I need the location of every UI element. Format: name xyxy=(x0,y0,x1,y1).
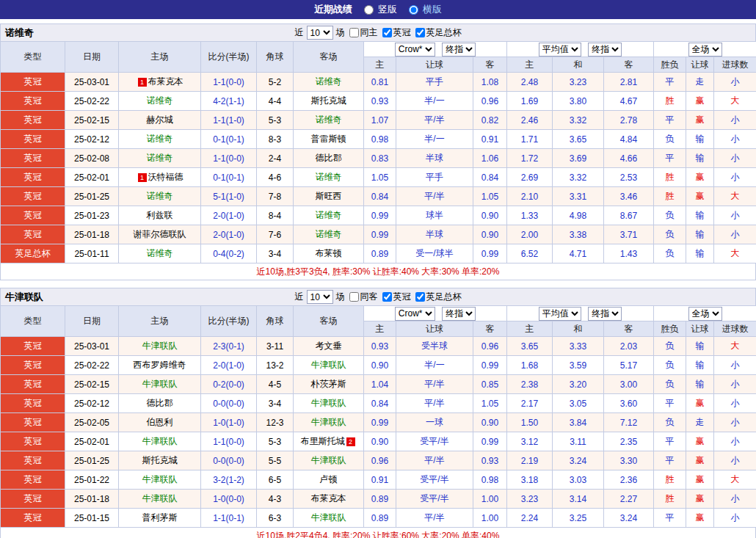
asia-final-select[interactable]: 终指 xyxy=(442,307,476,321)
euro-final-select[interactable]: 终指 xyxy=(588,43,622,57)
team-name[interactable]: 布莱顿 xyxy=(316,248,342,258)
team-name[interactable]: 诺维奇 xyxy=(147,153,173,163)
score-cell[interactable]: 2-0(1-0) xyxy=(201,206,257,225)
score-cell[interactable]: 0-0(0-0) xyxy=(201,394,257,413)
team-name[interactable]: 诺维奇 xyxy=(316,172,342,182)
team-name[interactable]: 德比郡 xyxy=(147,398,173,408)
score-cell[interactable]: 1-0(0-0) xyxy=(201,490,257,509)
layout-radio-horizontal[interactable]: 横版 xyxy=(407,3,442,16)
team-name[interactable]: 谢菲尔德联队 xyxy=(134,229,186,239)
facup-checkbox[interactable] xyxy=(415,28,425,37)
vertical-radio-icon[interactable] xyxy=(364,5,374,15)
team-name[interactable]: 斯托克城 xyxy=(142,455,178,465)
match-count-select[interactable]: 10 xyxy=(307,290,333,304)
score-cell[interactable]: 1-0(1-0) xyxy=(201,413,257,432)
home-team-cell: 1沃特福德 xyxy=(119,168,201,187)
championship-checkbox[interactable] xyxy=(382,28,392,37)
team-name[interactable]: 牛津联队 xyxy=(311,455,346,465)
team-name[interactable]: 布莱克本 xyxy=(148,76,183,87)
avg-select[interactable]: 平均值 xyxy=(539,307,581,321)
score-cell[interactable]: 2-0(1-0) xyxy=(201,225,257,244)
team-name[interactable]: 朴茨茅斯 xyxy=(311,379,346,389)
team-name[interactable]: 诺维奇 xyxy=(316,229,342,239)
page-title: 近期战绩 xyxy=(314,3,352,16)
team-name[interactable]: 诺维奇 xyxy=(147,248,173,258)
score-cell[interactable]: 2-0(1-0) xyxy=(201,356,257,375)
team-name[interactable]: 牛津联队 xyxy=(142,341,178,351)
avg-select[interactable]: 平均值 xyxy=(539,43,581,57)
score-cell[interactable]: 0-1(0-1) xyxy=(201,130,257,149)
team-name[interactable]: 考文垂 xyxy=(316,341,342,351)
score-cell[interactable]: 1-1(0-0) xyxy=(201,73,257,92)
same-away-filter[interactable]: 同客 xyxy=(348,291,378,303)
score-cell[interactable]: 1-1(0-0) xyxy=(201,149,257,168)
score-cell[interactable]: 5-1(1-0) xyxy=(201,187,257,206)
score-cell[interactable]: 2-3(0-1) xyxy=(201,337,257,356)
team-name[interactable]: 诺维奇 xyxy=(316,76,342,87)
score-cell[interactable]: 1-1(0-0) xyxy=(201,432,257,451)
league-filter-facup[interactable]: 英足总杯 xyxy=(414,291,462,303)
facup-checkbox[interactable] xyxy=(415,292,425,302)
bookmaker-select[interactable]: Crow* xyxy=(395,43,435,57)
team-name[interactable]: 普利茅斯 xyxy=(142,512,178,523)
score-cell[interactable]: 1-1(1-0) xyxy=(201,111,257,130)
team-name[interactable]: 德比郡 xyxy=(316,153,342,163)
asia-final-select[interactable]: 终指 xyxy=(442,43,476,57)
euro-final-select[interactable]: 终指 xyxy=(588,307,622,321)
team-name[interactable]: 牛津联队 xyxy=(311,398,346,408)
horizontal-radio-icon[interactable] xyxy=(409,5,418,15)
full-match-select[interactable]: 全场 xyxy=(688,43,722,57)
result-handicap: 输 xyxy=(686,225,714,244)
team-name[interactable]: 斯旺西 xyxy=(316,191,342,201)
team-name[interactable]: 西布罗姆维奇 xyxy=(134,360,186,370)
match-type-cell: 英冠 xyxy=(1,432,65,451)
team-name[interactable]: 诺维奇 xyxy=(147,134,173,144)
league-filter-championship[interactable]: 英冠 xyxy=(381,26,411,39)
score-cell[interactable]: 0-0(0-0) xyxy=(201,451,257,470)
team-name[interactable]: 牛津联队 xyxy=(142,379,178,389)
team-name[interactable]: 牛津联队 xyxy=(311,417,346,427)
team-name[interactable]: 普雷斯顿 xyxy=(311,134,346,144)
team-name[interactable]: 牛津联队 xyxy=(311,512,346,523)
team-name[interactable]: 牛津联队 xyxy=(142,493,178,504)
team-name[interactable]: 斯托克城 xyxy=(311,95,346,106)
match-type-cell: 英冠 xyxy=(1,451,65,470)
team-name[interactable]: 牛津联队 xyxy=(311,360,346,370)
euro-away-odds: 2.81 xyxy=(604,73,654,92)
score-cell[interactable]: 0-4(0-2) xyxy=(201,244,257,263)
result-handicap: 输 xyxy=(686,337,714,356)
team-name[interactable]: 牛津联队 xyxy=(142,474,178,484)
team-name[interactable]: 布里斯托城 xyxy=(301,436,345,446)
team-name[interactable]: 布莱克本 xyxy=(311,493,346,504)
team-name[interactable]: 诺维奇 xyxy=(316,210,342,220)
team-name[interactable]: 伯恩利 xyxy=(147,417,173,427)
home-team-cell: 诺维奇 xyxy=(119,92,201,111)
match-count-select[interactable]: 10 xyxy=(307,26,333,40)
score-cell[interactable]: 4-2(1-1) xyxy=(201,92,257,111)
same-home-filter[interactable]: 同主 xyxy=(348,26,378,39)
full-match-select[interactable]: 全场 xyxy=(688,307,722,321)
score-cell[interactable]: 3-2(1-2) xyxy=(201,470,257,490)
match-type-cell: 英足总杯 xyxy=(1,244,65,263)
team-name[interactable]: 诺维奇 xyxy=(147,191,173,201)
score-cell[interactable]: 0-1(0-1) xyxy=(201,168,257,187)
euro-draw-odds: 3.84 xyxy=(553,413,604,432)
league-filter-championship[interactable]: 英冠 xyxy=(381,291,411,303)
team-name[interactable]: 诺维奇 xyxy=(147,95,173,106)
same-away-checkbox[interactable] xyxy=(349,292,359,302)
team-name[interactable]: 沃特福德 xyxy=(148,172,183,182)
team-name[interactable]: 卢顿 xyxy=(320,474,338,484)
euro-home-odds: 2.46 xyxy=(507,111,553,130)
score-cell[interactable]: 1-1(0-1) xyxy=(201,509,257,528)
league-filter-facup[interactable]: 英足总杯 xyxy=(414,26,462,39)
bookmaker-select[interactable]: Crow* xyxy=(395,307,435,321)
team-name[interactable]: 牛津联队 xyxy=(142,436,178,446)
team-name[interactable]: 利兹联 xyxy=(147,210,173,220)
score-cell[interactable]: 0-2(0-0) xyxy=(201,375,257,394)
same-home-checkbox[interactable] xyxy=(349,28,359,37)
team-name[interactable]: 赫尔城 xyxy=(147,114,173,125)
layout-radio-vertical[interactable]: 竖版 xyxy=(363,3,397,16)
team-name[interactable]: 诺维奇 xyxy=(316,114,342,125)
championship-checkbox[interactable] xyxy=(382,292,392,302)
col-result-goals: 进球数 xyxy=(714,321,756,337)
